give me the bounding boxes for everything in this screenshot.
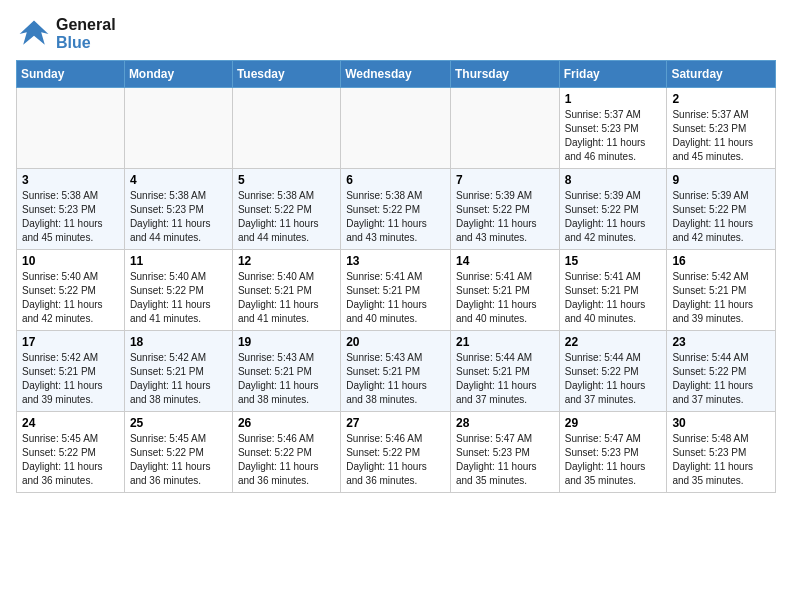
day-info: Sunrise: 5:41 AM Sunset: 5:21 PM Dayligh… bbox=[565, 270, 662, 326]
day-number: 9 bbox=[672, 173, 770, 187]
calendar-cell: 11Sunrise: 5:40 AM Sunset: 5:22 PM Dayli… bbox=[124, 250, 232, 331]
calendar-cell: 18Sunrise: 5:42 AM Sunset: 5:21 PM Dayli… bbox=[124, 331, 232, 412]
calendar-cell: 1Sunrise: 5:37 AM Sunset: 5:23 PM Daylig… bbox=[559, 88, 667, 169]
day-info: Sunrise: 5:37 AM Sunset: 5:23 PM Dayligh… bbox=[672, 108, 770, 164]
day-number: 29 bbox=[565, 416, 662, 430]
day-number: 28 bbox=[456, 416, 554, 430]
calendar-cell: 17Sunrise: 5:42 AM Sunset: 5:21 PM Dayli… bbox=[17, 331, 125, 412]
day-header-friday: Friday bbox=[559, 61, 667, 88]
day-header-monday: Monday bbox=[124, 61, 232, 88]
calendar-cell: 29Sunrise: 5:47 AM Sunset: 5:23 PM Dayli… bbox=[559, 412, 667, 493]
day-info: Sunrise: 5:40 AM Sunset: 5:21 PM Dayligh… bbox=[238, 270, 335, 326]
day-info: Sunrise: 5:41 AM Sunset: 5:21 PM Dayligh… bbox=[346, 270, 445, 326]
calendar-header: SundayMondayTuesdayWednesdayThursdayFrid… bbox=[17, 61, 776, 88]
day-number: 21 bbox=[456, 335, 554, 349]
day-info: Sunrise: 5:45 AM Sunset: 5:22 PM Dayligh… bbox=[22, 432, 119, 488]
day-number: 4 bbox=[130, 173, 227, 187]
calendar-cell: 28Sunrise: 5:47 AM Sunset: 5:23 PM Dayli… bbox=[450, 412, 559, 493]
calendar-cell: 5Sunrise: 5:38 AM Sunset: 5:22 PM Daylig… bbox=[232, 169, 340, 250]
day-header-tuesday: Tuesday bbox=[232, 61, 340, 88]
logo: General Blue bbox=[16, 16, 116, 52]
day-info: Sunrise: 5:42 AM Sunset: 5:21 PM Dayligh… bbox=[130, 351, 227, 407]
calendar-cell: 21Sunrise: 5:44 AM Sunset: 5:21 PM Dayli… bbox=[450, 331, 559, 412]
day-info: Sunrise: 5:44 AM Sunset: 5:22 PM Dayligh… bbox=[565, 351, 662, 407]
day-info: Sunrise: 5:40 AM Sunset: 5:22 PM Dayligh… bbox=[130, 270, 227, 326]
calendar-cell: 9Sunrise: 5:39 AM Sunset: 5:22 PM Daylig… bbox=[667, 169, 776, 250]
calendar-cell: 2Sunrise: 5:37 AM Sunset: 5:23 PM Daylig… bbox=[667, 88, 776, 169]
calendar-cell bbox=[450, 88, 559, 169]
day-info: Sunrise: 5:37 AM Sunset: 5:23 PM Dayligh… bbox=[565, 108, 662, 164]
day-header-saturday: Saturday bbox=[667, 61, 776, 88]
day-number: 7 bbox=[456, 173, 554, 187]
calendar-cell: 22Sunrise: 5:44 AM Sunset: 5:22 PM Dayli… bbox=[559, 331, 667, 412]
calendar-cell: 7Sunrise: 5:39 AM Sunset: 5:22 PM Daylig… bbox=[450, 169, 559, 250]
calendar-cell bbox=[17, 88, 125, 169]
day-info: Sunrise: 5:38 AM Sunset: 5:23 PM Dayligh… bbox=[130, 189, 227, 245]
day-number: 22 bbox=[565, 335, 662, 349]
logo-bird-icon bbox=[16, 16, 52, 52]
day-number: 12 bbox=[238, 254, 335, 268]
day-number: 25 bbox=[130, 416, 227, 430]
calendar-cell: 8Sunrise: 5:39 AM Sunset: 5:22 PM Daylig… bbox=[559, 169, 667, 250]
svg-marker-0 bbox=[20, 21, 49, 45]
day-number: 11 bbox=[130, 254, 227, 268]
calendar-cell: 6Sunrise: 5:38 AM Sunset: 5:22 PM Daylig… bbox=[341, 169, 451, 250]
day-number: 2 bbox=[672, 92, 770, 106]
day-number: 10 bbox=[22, 254, 119, 268]
day-number: 19 bbox=[238, 335, 335, 349]
calendar-table: SundayMondayTuesdayWednesdayThursdayFrid… bbox=[16, 60, 776, 493]
day-info: Sunrise: 5:38 AM Sunset: 5:22 PM Dayligh… bbox=[346, 189, 445, 245]
day-number: 24 bbox=[22, 416, 119, 430]
day-number: 13 bbox=[346, 254, 445, 268]
day-number: 3 bbox=[22, 173, 119, 187]
calendar-cell: 27Sunrise: 5:46 AM Sunset: 5:22 PM Dayli… bbox=[341, 412, 451, 493]
day-info: Sunrise: 5:43 AM Sunset: 5:21 PM Dayligh… bbox=[346, 351, 445, 407]
calendar-cell: 13Sunrise: 5:41 AM Sunset: 5:21 PM Dayli… bbox=[341, 250, 451, 331]
logo-text: General Blue bbox=[56, 16, 116, 52]
calendar-cell: 16Sunrise: 5:42 AM Sunset: 5:21 PM Dayli… bbox=[667, 250, 776, 331]
day-info: Sunrise: 5:47 AM Sunset: 5:23 PM Dayligh… bbox=[565, 432, 662, 488]
calendar-cell: 23Sunrise: 5:44 AM Sunset: 5:22 PM Dayli… bbox=[667, 331, 776, 412]
day-number: 20 bbox=[346, 335, 445, 349]
day-info: Sunrise: 5:46 AM Sunset: 5:22 PM Dayligh… bbox=[238, 432, 335, 488]
day-number: 1 bbox=[565, 92, 662, 106]
day-info: Sunrise: 5:44 AM Sunset: 5:22 PM Dayligh… bbox=[672, 351, 770, 407]
page-header: General Blue bbox=[16, 16, 776, 52]
day-number: 16 bbox=[672, 254, 770, 268]
day-info: Sunrise: 5:44 AM Sunset: 5:21 PM Dayligh… bbox=[456, 351, 554, 407]
day-info: Sunrise: 5:39 AM Sunset: 5:22 PM Dayligh… bbox=[565, 189, 662, 245]
calendar-cell: 25Sunrise: 5:45 AM Sunset: 5:22 PM Dayli… bbox=[124, 412, 232, 493]
calendar-cell: 20Sunrise: 5:43 AM Sunset: 5:21 PM Dayli… bbox=[341, 331, 451, 412]
day-info: Sunrise: 5:45 AM Sunset: 5:22 PM Dayligh… bbox=[130, 432, 227, 488]
calendar-cell: 14Sunrise: 5:41 AM Sunset: 5:21 PM Dayli… bbox=[450, 250, 559, 331]
day-number: 14 bbox=[456, 254, 554, 268]
day-info: Sunrise: 5:39 AM Sunset: 5:22 PM Dayligh… bbox=[456, 189, 554, 245]
day-number: 15 bbox=[565, 254, 662, 268]
calendar-cell: 26Sunrise: 5:46 AM Sunset: 5:22 PM Dayli… bbox=[232, 412, 340, 493]
day-number: 23 bbox=[672, 335, 770, 349]
day-number: 5 bbox=[238, 173, 335, 187]
calendar-cell: 4Sunrise: 5:38 AM Sunset: 5:23 PM Daylig… bbox=[124, 169, 232, 250]
calendar-cell: 30Sunrise: 5:48 AM Sunset: 5:23 PM Dayli… bbox=[667, 412, 776, 493]
day-number: 26 bbox=[238, 416, 335, 430]
calendar-cell: 12Sunrise: 5:40 AM Sunset: 5:21 PM Dayli… bbox=[232, 250, 340, 331]
day-header-thursday: Thursday bbox=[450, 61, 559, 88]
day-info: Sunrise: 5:42 AM Sunset: 5:21 PM Dayligh… bbox=[22, 351, 119, 407]
day-info: Sunrise: 5:39 AM Sunset: 5:22 PM Dayligh… bbox=[672, 189, 770, 245]
day-number: 6 bbox=[346, 173, 445, 187]
day-number: 27 bbox=[346, 416, 445, 430]
day-info: Sunrise: 5:38 AM Sunset: 5:23 PM Dayligh… bbox=[22, 189, 119, 245]
calendar-cell: 10Sunrise: 5:40 AM Sunset: 5:22 PM Dayli… bbox=[17, 250, 125, 331]
day-info: Sunrise: 5:46 AM Sunset: 5:22 PM Dayligh… bbox=[346, 432, 445, 488]
calendar-cell: 15Sunrise: 5:41 AM Sunset: 5:21 PM Dayli… bbox=[559, 250, 667, 331]
day-info: Sunrise: 5:38 AM Sunset: 5:22 PM Dayligh… bbox=[238, 189, 335, 245]
day-info: Sunrise: 5:40 AM Sunset: 5:22 PM Dayligh… bbox=[22, 270, 119, 326]
day-number: 30 bbox=[672, 416, 770, 430]
day-info: Sunrise: 5:48 AM Sunset: 5:23 PM Dayligh… bbox=[672, 432, 770, 488]
day-number: 18 bbox=[130, 335, 227, 349]
day-info: Sunrise: 5:47 AM Sunset: 5:23 PM Dayligh… bbox=[456, 432, 554, 488]
day-number: 17 bbox=[22, 335, 119, 349]
calendar-cell: 3Sunrise: 5:38 AM Sunset: 5:23 PM Daylig… bbox=[17, 169, 125, 250]
calendar-cell bbox=[232, 88, 340, 169]
calendar-cell: 24Sunrise: 5:45 AM Sunset: 5:22 PM Dayli… bbox=[17, 412, 125, 493]
